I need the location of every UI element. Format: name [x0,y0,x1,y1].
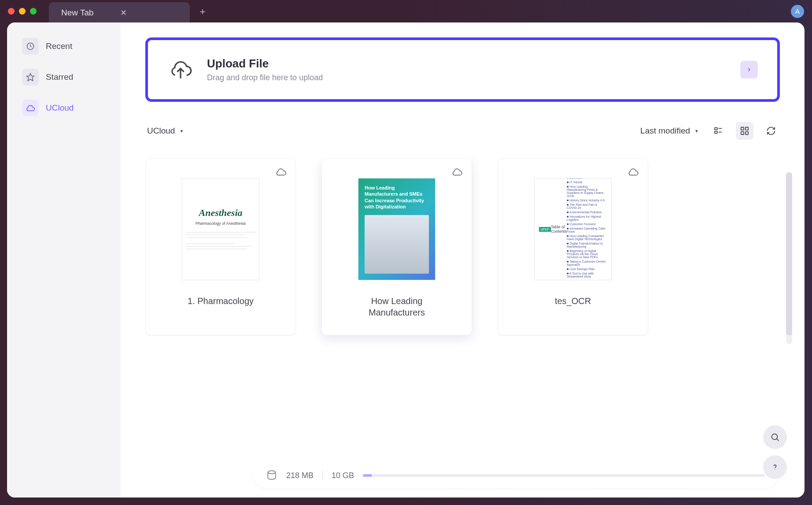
window-close-button[interactable] [8,8,15,15]
thumb-heading: Anesthesia [199,207,242,219]
sidebar-item-label: UCloud [46,103,74,113]
star-icon [22,69,39,85]
svg-rect-8 [741,132,744,134]
sidebar: Recent Starred UCloud [7,22,121,498]
caret-down-icon: ▼ [179,129,184,134]
storage-used: 218 MB [286,471,314,480]
sidebar-item-starred[interactable]: Starred [16,67,112,88]
new-tab-button[interactable]: ＋ [198,5,207,18]
cloud-status-icon [451,167,463,178]
upload-expand-button[interactable] [740,61,758,78]
window-minimize-button[interactable] [19,8,26,15]
avatar-initial: A [795,7,800,15]
upload-title: Upload File [207,57,323,71]
storage-icon [266,470,277,481]
window-controls [8,8,37,15]
avatar[interactable]: A [791,5,804,18]
search-fab[interactable] [763,425,787,449]
storage-bar: 218 MB 10 GB [253,463,778,488]
view-list-button[interactable] [709,122,727,140]
storage-progress [363,474,765,477]
file-thumbnail: Anesthesia Pharmacology of Anesthesia [182,178,259,280]
sidebar-item-ucloud[interactable]: UCloud [16,97,112,119]
content-area: Upload File Drag and drop file here to u… [121,22,805,498]
svg-rect-3 [715,131,717,134]
source-select[interactable]: UCloud ▼ [145,123,185,139]
tab-title: New Tab [61,8,94,18]
divider [322,471,323,480]
upload-subtitle: Drag and drop file here to upload [207,73,323,82]
refresh-button[interactable] [762,122,780,140]
scrollbar-thumb[interactable] [786,172,792,335]
storage-progress-fill [363,474,371,477]
svg-rect-9 [746,132,748,134]
file-toolbar: UCloud ▼ Last modified ▼ [145,122,780,140]
window-titlebar: New Tab ✕ ＋ A [0,0,812,22]
file-card[interactable]: How Leading Manufacturers and SMEs Can I… [321,158,472,335]
svg-marker-1 [27,74,34,81]
sort-select[interactable]: Last modified ▼ [639,123,701,139]
svg-point-11 [772,434,778,440]
svg-rect-7 [746,127,748,130]
thumb-toc: Impact of Digitalization on Today's Reta… [567,178,607,280]
help-fab[interactable] [763,455,787,479]
tab-close-button[interactable]: ✕ [120,8,127,18]
thumb-heading: Table of Contents [551,225,567,234]
browser-tab[interactable]: New Tab ✕ [49,2,190,23]
vertical-scrollbar[interactable] [786,172,792,344]
file-thumbnail: UPDF Table of Contents Impact of Digital… [534,178,612,280]
window-zoom-button[interactable] [30,8,37,15]
sidebar-item-label: Recent [46,41,72,51]
upload-dropzone[interactable]: Upload File Drag and drop file here to u… [145,37,780,102]
file-card[interactable]: Anesthesia Pharmacology of Anesthesia 1.… [145,158,296,335]
svg-rect-6 [741,127,744,130]
svg-point-13 [775,469,775,470]
cloud-status-icon [627,167,639,178]
app-window: Recent Starred UCloud Uploa [7,22,805,498]
upload-text: Upload File Drag and drop file here to u… [207,57,323,82]
thumb-brand: UPDF [539,227,551,232]
sort-label: Last modified [640,126,690,136]
cloud-icon [22,100,39,116]
sidebar-item-label: Starred [46,72,73,82]
file-title: How Leading Manufacturers [344,295,450,318]
file-grid: Anesthesia Pharmacology of Anesthesia 1.… [145,158,780,397]
svg-point-10 [268,471,275,474]
file-title: 1. Pharmacology [188,295,254,307]
svg-line-12 [777,439,779,441]
view-grid-button[interactable] [736,122,753,140]
thumb-heading: How Leading Manufacturers and SMEs Can I… [365,185,429,210]
cloud-status-icon [275,167,287,178]
caret-down-icon: ▼ [694,129,699,134]
file-thumbnail: How Leading Manufacturers and SMEs Can I… [358,178,436,280]
svg-rect-2 [715,128,717,130]
file-card[interactable]: UPDF Table of Contents Impact of Digital… [498,158,648,335]
sidebar-item-recent[interactable]: Recent [16,36,112,57]
source-label: UCloud [147,126,175,136]
cloud-upload-icon [167,59,194,81]
file-title: tes_OCR [555,295,591,307]
storage-total: 10 GB [332,471,354,480]
clock-icon [22,38,39,55]
thumb-subheading: Pharmacology of Anesthesia [196,221,246,226]
